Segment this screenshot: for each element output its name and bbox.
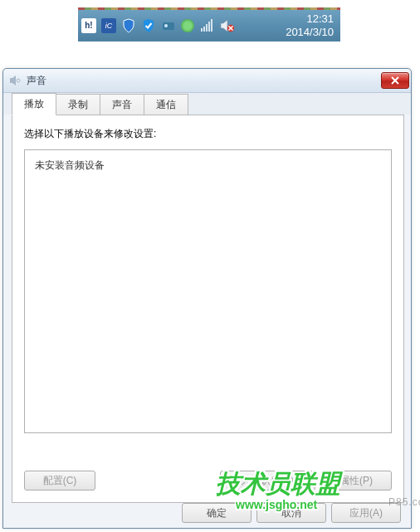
dialog-footer: 确定 取消 应用(A) bbox=[182, 503, 401, 523]
green-status-icon[interactable] bbox=[181, 19, 194, 32]
shield-check-icon[interactable] bbox=[141, 18, 156, 33]
set-default-button[interactable]: 设为默认值(S) ▼ bbox=[220, 471, 315, 491]
button-label: 属性(P) bbox=[339, 474, 373, 488]
svg-rect-5 bbox=[208, 22, 210, 32]
clock-date: 2014/3/10 bbox=[286, 26, 334, 39]
svg-rect-3 bbox=[203, 27, 205, 32]
device-list[interactable]: 未安装音频设备 bbox=[24, 149, 392, 433]
sound-title-icon bbox=[8, 74, 22, 87]
tab-label: 通信 bbox=[156, 99, 176, 110]
panel-button-row: 配置(C) 设为默认值(S) ▼ 属性(P) bbox=[24, 471, 392, 491]
titlebar[interactable]: 声音 bbox=[3, 69, 411, 93]
instruction-text: 选择以下播放设备来修改设置: bbox=[24, 127, 392, 141]
taskbar-clock[interactable]: 12:31 2014/3/10 bbox=[286, 12, 337, 39]
tray-icons: h! iC bbox=[81, 18, 286, 33]
svg-rect-4 bbox=[206, 24, 208, 32]
window-title: 声音 bbox=[27, 74, 381, 88]
tab-label: 播放 bbox=[24, 98, 44, 110]
svg-point-10 bbox=[17, 79, 20, 82]
button-label: 配置(C) bbox=[43, 474, 77, 488]
tray-hi-icon[interactable]: h! bbox=[81, 18, 96, 33]
ok-button[interactable]: 确定 bbox=[182, 503, 252, 523]
button-label: 取消 bbox=[281, 506, 301, 520]
tab-sounds[interactable]: 声音 bbox=[100, 94, 144, 115]
tab-playback[interactable]: 播放 bbox=[12, 93, 56, 115]
button-label: 确定 bbox=[207, 506, 227, 520]
shield-blue-icon[interactable] bbox=[121, 18, 136, 33]
svg-point-1 bbox=[164, 24, 168, 27]
cancel-button[interactable]: 取消 bbox=[256, 503, 326, 523]
tab-recording[interactable]: 录制 bbox=[56, 94, 100, 115]
tab-communications[interactable]: 通信 bbox=[144, 94, 188, 115]
tray-ic-icon[interactable]: iC bbox=[101, 18, 116, 33]
tab-label: 录制 bbox=[68, 99, 88, 110]
network-globe-icon[interactable] bbox=[161, 18, 176, 33]
button-label: 设为默认值(S) bbox=[231, 474, 294, 488]
clock-time: 12:31 bbox=[286, 12, 334, 26]
sound-dialog: 声音 播放 录制 声音 通信 选择以下播放设备来修改设置: 未安装音频设备 配置… bbox=[2, 68, 412, 529]
close-button[interactable] bbox=[381, 72, 409, 89]
tabstrip: 播放 录制 声音 通信 bbox=[3, 93, 411, 115]
apply-button[interactable]: 应用(A) bbox=[331, 503, 401, 523]
tab-label: 声音 bbox=[112, 99, 132, 110]
tab-panel-playback: 选择以下播放设备来修改设置: 未安装音频设备 配置(C) 设为默认值(S) ▼ … bbox=[12, 115, 404, 503]
button-label: 应用(A) bbox=[349, 506, 383, 520]
signal-bars-icon[interactable] bbox=[199, 18, 214, 33]
empty-device-message: 未安装音频设备 bbox=[35, 159, 105, 171]
configure-button[interactable]: 配置(C) bbox=[24, 471, 95, 491]
volume-muted-icon[interactable] bbox=[219, 18, 234, 33]
system-taskbar: h! iC bbox=[78, 10, 340, 41]
svg-rect-6 bbox=[211, 19, 212, 32]
dropdown-arrow-icon: ▼ bbox=[297, 476, 305, 485]
properties-button[interactable]: 属性(P) bbox=[320, 471, 392, 491]
svg-rect-2 bbox=[201, 28, 203, 32]
